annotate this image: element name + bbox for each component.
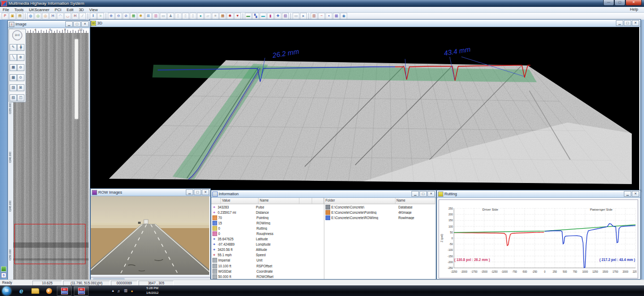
column-header-blank[interactable] bbox=[299, 198, 312, 204]
info-close-button[interactable]: ✕ bbox=[427, 191, 435, 197]
toolbar-save-icon[interactable]: ▤ bbox=[16, 13, 23, 20]
row-maximize-button[interactable]: ▢ bbox=[194, 189, 201, 195]
rutting-chart[interactable]: -2250-2000-1750-1500-1250-1000-750-500-2… bbox=[439, 199, 638, 278]
ruler-left-label: 0235.000 bbox=[8, 103, 12, 114]
palette-layers-button[interactable]: ▧ bbox=[10, 94, 17, 101]
3d-surface-view[interactable]: 26.2 mm 43.4 mm bbox=[90, 27, 639, 190]
3d-maximize-button[interactable]: ▢ bbox=[624, 20, 631, 26]
mhis-taskbar-button-2[interactable]: 3DMHIS bbox=[74, 286, 89, 296]
image-close-button[interactable]: ✕ bbox=[81, 21, 89, 27]
scan-selection-rectangle[interactable] bbox=[14, 224, 85, 264]
system-tray[interactable]: ▴♬▥● bbox=[110, 285, 134, 296]
menu-3d[interactable]: 3D bbox=[76, 7, 87, 12]
3d-close-button[interactable]: ✕ bbox=[632, 20, 639, 26]
tray-icon-3[interactable]: ● bbox=[131, 289, 133, 293]
toolbar-globe-icon[interactable]: ◍ bbox=[27, 13, 34, 20]
palette-pen-button[interactable]: ✎ bbox=[10, 44, 17, 51]
row-images-window: ROW Images ▁ ▢ ✕ bbox=[90, 188, 211, 280]
zoom-level-badge[interactable]: 10.0 bbox=[12, 30, 22, 40]
image-maximize-button[interactable]: ▢ bbox=[73, 21, 81, 27]
info-row-pointing[interactable]: 70Pointing bbox=[211, 215, 324, 220]
info-row-altitude[interactable]: ✦3420.56 ftAltitude bbox=[211, 247, 324, 253]
palette-zoom-select-button[interactable]: ⊠ bbox=[17, 84, 24, 91]
menu-edit[interactable]: Edit bbox=[64, 7, 76, 12]
toolbar-arc-red-icon[interactable]: ◡ bbox=[64, 13, 71, 20]
tray-icon-2[interactable]: ▥ bbox=[124, 289, 128, 293]
menu-view[interactable]: View bbox=[87, 7, 100, 12]
minimized-window-icon[interactable] bbox=[1, 266, 6, 272]
folder-row-4kimage[interactable]: E:\Concrete\Concrete\Pointing4KImage bbox=[324, 210, 435, 215]
start-button[interactable]: ⊞ bbox=[2, 286, 11, 295]
info-row-longitude[interactable]: ✦-97.424889Longitude bbox=[211, 242, 324, 247]
palette-info-button[interactable]: ◫ bbox=[17, 94, 24, 101]
info-window-titlebar[interactable]: Information ▁ ▢ ✕ bbox=[211, 190, 436, 198]
mhis-taskbar-button-1[interactable]: 3DMHIS bbox=[57, 286, 72, 296]
menu-tools[interactable]: Tools bbox=[12, 7, 27, 12]
windows-explorer-icon[interactable] bbox=[31, 286, 39, 295]
info-row-rspoffset[interactable]: 10.100 ftRSPOffset bbox=[211, 263, 324, 268]
info-row-pulse[interactable]: ✦343283Pulse bbox=[211, 204, 324, 210]
folder-row-database[interactable]: E:\Concrete\Concrete\Database bbox=[324, 204, 435, 210]
image-window-titlebar[interactable]: I Image ▁ ▢ ✕ bbox=[8, 21, 90, 28]
info-maximize-button[interactable]: ▢ bbox=[419, 191, 427, 197]
rutting-minimize-button[interactable]: ▁ bbox=[624, 191, 631, 197]
palette-colors-button[interactable]: ▨ bbox=[10, 84, 17, 91]
row-close-button[interactable]: ✕ bbox=[202, 189, 209, 195]
info-row-coordinate[interactable]: WGSDatCoordinate bbox=[211, 268, 324, 274]
info-value-table[interactable]: ValueName✦343283Pulse✦0.235917 miDistanc… bbox=[211, 198, 324, 279]
palette-zoom-out-button[interactable]: ⊖ bbox=[17, 64, 24, 71]
menu-pci[interactable]: PCI bbox=[52, 7, 64, 12]
info-folder-table[interactable]: FolderNameE:\Concrete\Concrete\DatabaseE… bbox=[324, 198, 435, 279]
info-row-unit[interactable]: ImperialUnit bbox=[211, 258, 324, 263]
menu-file[interactable]: File bbox=[0, 7, 12, 12]
menu-help[interactable]: Help bbox=[628, 7, 641, 12]
toolbar-target-orange-icon[interactable]: ◎ bbox=[42, 13, 49, 20]
toolbar-measure-icon[interactable]: ∕ bbox=[79, 13, 86, 20]
minimize-button[interactable]: — bbox=[603, 0, 614, 6]
toolbar-arc-blue-icon[interactable]: ◠ bbox=[57, 13, 64, 20]
image-minimize-button[interactable]: ▁ bbox=[65, 21, 73, 27]
3d-window-titlebar[interactable]: 3D 3D ▁ ▢ ✕ bbox=[90, 20, 640, 27]
palette-zoom-in-button[interactable]: ⊕ bbox=[17, 54, 24, 61]
column-header-blank[interactable] bbox=[211, 198, 221, 204]
internet-explorer-icon[interactable]: e bbox=[17, 286, 25, 295]
close-button[interactable]: ✕ bbox=[625, 0, 642, 6]
column-header-name[interactable]: Name bbox=[396, 198, 435, 204]
palette-select-button[interactable]: ▩ bbox=[10, 74, 17, 81]
palette-pan-button[interactable]: ╋ bbox=[17, 44, 24, 51]
info-row-speed[interactable]: ✦55.1 mphSpeed bbox=[211, 253, 324, 258]
info-row-latitude[interactable]: ✦35.647625Latitude bbox=[211, 237, 324, 242]
toolbar-open-folder-icon[interactable]: ▣ bbox=[9, 13, 16, 20]
toolbar-histogram-right-icon[interactable]: H bbox=[72, 13, 79, 20]
toolbar-pci-report-icon[interactable]: P bbox=[2, 13, 8, 20]
toolbar-histogram-left-icon[interactable]: H bbox=[49, 13, 56, 20]
maximize-button[interactable]: ▢ bbox=[614, 0, 625, 6]
toolbar-target-green-icon[interactable]: ◎ bbox=[35, 13, 41, 20]
palette-zoom-fit-button[interactable]: ⊙ bbox=[17, 74, 24, 81]
info-row-rutting[interactable]: 0Rutting bbox=[211, 225, 324, 231]
column-header-name[interactable]: Name bbox=[259, 198, 299, 204]
rutting-close-button[interactable]: ✕ bbox=[632, 191, 639, 197]
row-photo[interactable] bbox=[91, 196, 209, 275]
info-row-roughness[interactable]: 0Roughness bbox=[211, 231, 324, 236]
info-row-rowimg[interactable]: 15ROWImg bbox=[211, 220, 324, 225]
tray-icon-0[interactable]: ▴ bbox=[112, 289, 114, 293]
info-row-rowoffset[interactable]: 50.000 ftROWOffset bbox=[211, 274, 324, 279]
rutting-window-titlebar[interactable]: Rutting ▁ ✕ bbox=[437, 190, 640, 198]
media-player-icon[interactable]: ▸ bbox=[45, 286, 53, 295]
row-minimize-button[interactable]: ▁ bbox=[186, 189, 193, 195]
column-header-folder[interactable]: Folder bbox=[324, 198, 396, 204]
folder-row-rowimage[interactable]: E:\Concrete\Concrete\ROWImgRowImage bbox=[324, 215, 435, 220]
3d-minimize-button[interactable]: ▁ bbox=[616, 20, 623, 26]
taskbar-clock[interactable]: 5:28 PM 1/6/2012 bbox=[141, 286, 164, 295]
info-row-distance[interactable]: ✦0.235917 miDistance bbox=[211, 210, 324, 215]
menu-ukscanner[interactable]: UKScanner bbox=[27, 7, 52, 12]
minimized-window-icon-2[interactable]: B bbox=[1, 273, 6, 278]
tray-icon-1[interactable]: ♬ bbox=[117, 289, 121, 293]
info-minimize-button[interactable]: ▁ bbox=[411, 191, 419, 197]
palette-grid-button[interactable]: ▦ bbox=[10, 64, 17, 71]
column-header-blank[interactable] bbox=[312, 198, 324, 204]
column-header-value[interactable]: Value bbox=[221, 198, 259, 204]
row-window-titlebar[interactable]: ROW Images ▁ ▢ ✕ bbox=[91, 189, 210, 196]
palette-line-button[interactable]: ╲ bbox=[10, 54, 17, 61]
